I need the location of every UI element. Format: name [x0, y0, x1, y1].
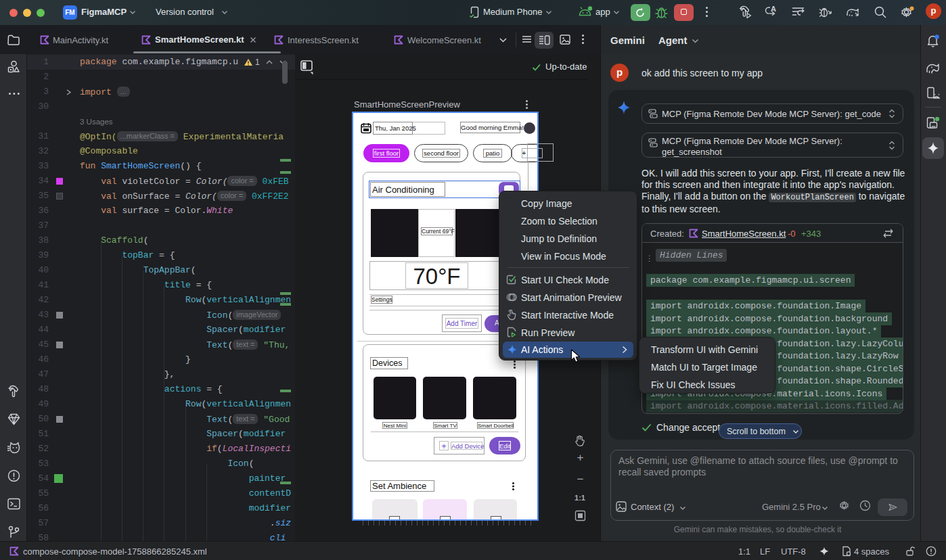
svg-text:A: A — [771, 5, 776, 13]
